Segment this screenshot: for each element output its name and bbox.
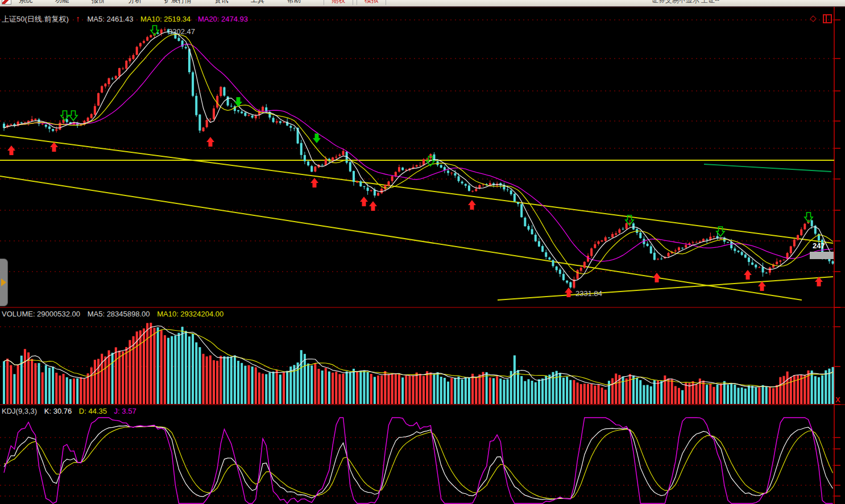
app-icon[interactable]	[2, 0, 11, 5]
hollow-signal-arrow	[69, 111, 77, 120]
kdj-k-label: K: 30.76	[44, 407, 72, 415]
volume-bars	[3, 323, 834, 404]
menu-item-analysis[interactable]: 分析	[128, 0, 142, 5]
ma5-legend: MA5: 2461.43	[87, 15, 133, 23]
sidebar-flyout-handle[interactable]	[0, 259, 8, 306]
kdj-name-label: KDJ(9,3,3)	[2, 407, 37, 415]
main-chart-header: 上证50(日线.前复权) ↑ MA5: 2461.43 MA10: 2519.3…	[2, 14, 314, 24]
ma250-line	[704, 164, 831, 172]
buy-signal-arrow	[758, 281, 766, 291]
buy-signal-arrow	[653, 273, 661, 282]
buy-signal-arrow	[206, 137, 214, 147]
volume-ma5-line	[4, 326, 833, 387]
volume-ma10-line	[4, 330, 833, 387]
buy-signal-arrow	[744, 270, 752, 280]
trend-lines	[0, 135, 834, 300]
candlesticks	[3, 27, 834, 289]
app-window: { "menu_bar": { "items": ["系统", "功能", "报…	[0, 0, 845, 504]
volume-pane-header: VOLUME: 29000532.00 MA5: 28345898.00 MA1…	[2, 310, 229, 318]
ma20-line	[4, 44, 833, 261]
buy-signal-arrow	[369, 201, 377, 211]
chart-canvas[interactable]: 3202.472331.84247	[0, 0, 845, 504]
close-pane-button[interactable]: X	[835, 395, 840, 404]
up-arrow-icon: ↑	[76, 14, 80, 23]
low-price-label: 2331.84	[575, 289, 602, 298]
sell-signal-arrow	[313, 134, 321, 143]
hollow-signal-arrow	[61, 111, 69, 120]
volume-ma10-label: MA10: 29324204.00	[157, 310, 223, 318]
ma250-legend: MA250: 2720.11	[255, 15, 309, 23]
grid-lines	[0, 7, 845, 504]
menu-item-quotes[interactable]: 报价	[92, 0, 105, 5]
buy-signal-arrow	[360, 197, 368, 206]
high-price-label: 3202.47	[168, 27, 195, 36]
kdj-pane-header: KDJ(9,3,3) K: 30.76 D: 44.35 J: 3.57	[2, 407, 142, 415]
kdj-k-line	[4, 426, 833, 499]
menu-right-status: 证券交易不显示 上证--	[652, 0, 719, 5]
menu-item-help[interactable]: 帮助	[287, 0, 301, 5]
menu-item-system[interactable]: 系统	[19, 0, 32, 5]
buy-signal-arrow	[50, 142, 58, 152]
ma20-legend: MA20: 2474.93	[198, 15, 248, 23]
expand-right-icon	[1, 278, 6, 286]
kdj-j-line	[4, 418, 833, 503]
buy-signal-arrow	[468, 200, 476, 210]
menu-item-news[interactable]: 资讯	[214, 0, 228, 5]
menu-bar: 系统 功能 报价 分析 扩展行情 资讯 工具 帮助 期权 模拟 证券交易不显示 …	[0, 0, 845, 7]
volume-value-label: VOLUME: 29000532.00	[2, 310, 80, 318]
menu-item-tools[interactable]: 工具	[251, 0, 264, 5]
kdj-j-label: J: 3.57	[114, 407, 136, 415]
menu-item-options-hot[interactable]: 期权	[324, 0, 353, 5]
ma10-legend: MA10: 2519.34	[140, 15, 190, 23]
last-price-label: 247	[813, 241, 825, 250]
menu-item-function[interactable]: 功能	[55, 0, 69, 5]
volume-ma5-label: MA5: 28345898.00	[88, 310, 150, 318]
kdj-d-label: D: 44.35	[79, 407, 107, 415]
last-price-tag	[810, 252, 834, 259]
window-panes-icon[interactable]	[823, 14, 832, 23]
buy-signal-arrow	[310, 178, 318, 188]
menu-item-simulation-hot[interactable]: 模拟	[357, 0, 386, 5]
kdj-d-line	[4, 426, 833, 499]
buy-signal-arrow	[7, 145, 15, 155]
menu-item-extended-quotes[interactable]: 扩展行情	[164, 0, 192, 5]
chart-title: 上证50(日线.前复权)	[2, 15, 69, 23]
diamond-icon[interactable]: ◇	[810, 13, 817, 23]
ma10-line	[4, 35, 833, 274]
